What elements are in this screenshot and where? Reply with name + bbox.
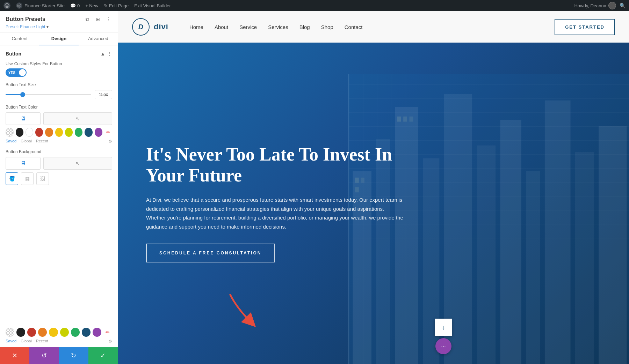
fab-button[interactable]: ··· bbox=[435, 338, 451, 354]
section-collapse-icon[interactable]: ▲ bbox=[100, 51, 105, 57]
button-text-size-label: Button Text Size bbox=[6, 82, 112, 87]
bottom-swatch-orange[interactable] bbox=[38, 328, 47, 337]
admin-site-name[interactable]: W Finance Starter Site bbox=[16, 2, 65, 9]
custom-styles-toggle[interactable]: YES bbox=[6, 68, 27, 77]
slider-thumb[interactable] bbox=[20, 92, 25, 97]
bg-preview-swatch[interactable]: ↖ bbox=[43, 157, 112, 170]
nav-shop[interactable]: Shop bbox=[321, 24, 333, 30]
color-tabs: Saved Global Recent ⚙ bbox=[6, 139, 112, 144]
swatch-yellow[interactable] bbox=[55, 128, 63, 137]
preset-label: Preset: Finance Light bbox=[6, 24, 45, 29]
admin-new-btn[interactable]: + New bbox=[85, 3, 98, 8]
nav-blog[interactable]: Blog bbox=[299, 24, 310, 30]
swatch-orange[interactable] bbox=[45, 128, 53, 137]
bottom-tab-global[interactable]: Global bbox=[21, 339, 32, 344]
bottom-swatch-lime[interactable] bbox=[60, 328, 69, 337]
footer-redo-btn[interactable]: ↻ bbox=[59, 347, 88, 364]
bottom-tab-saved[interactable]: Saved bbox=[6, 339, 16, 344]
grid-icon[interactable]: ⊞ bbox=[94, 15, 102, 23]
swatch-navy[interactable] bbox=[85, 128, 92, 137]
nav-services[interactable]: Services bbox=[268, 24, 288, 30]
svg-text:W: W bbox=[18, 5, 21, 7]
color-preview-swatch[interactable]: ↖ bbox=[43, 112, 112, 125]
new-btn-label: + New bbox=[85, 3, 98, 8]
footer-cancel-btn[interactable]: ✕ bbox=[0, 347, 29, 364]
tab-advanced[interactable]: Advanced bbox=[79, 32, 118, 45]
image-icon: 🖼 bbox=[40, 176, 45, 181]
hero-cta-button[interactable]: SCHEDULE A FREE CONSULTATION bbox=[146, 244, 275, 262]
color-tab-global[interactable]: Global bbox=[21, 139, 32, 144]
toggle-container: YES bbox=[6, 68, 112, 77]
tab-design[interactable]: Design bbox=[39, 32, 78, 45]
site-cta: GET STARTED bbox=[555, 19, 615, 35]
bottom-settings-icon[interactable]: ⚙ bbox=[108, 339, 112, 344]
wp-logo-icon[interactable]: W bbox=[3, 2, 10, 9]
fill-icon: 🪣 bbox=[9, 176, 15, 181]
nav-service[interactable]: Service bbox=[239, 24, 257, 30]
scroll-down-button[interactable]: ↓ bbox=[435, 319, 452, 336]
section-icons: ▲ ⋮ bbox=[100, 51, 112, 57]
admin-edit-page-btn[interactable]: ✎ Edit Page bbox=[104, 3, 129, 8]
nav-contact[interactable]: Contact bbox=[345, 24, 363, 30]
color-settings-icon[interactable]: ⚙ bbox=[108, 139, 112, 144]
slider-value[interactable]: 15px bbox=[95, 90, 112, 99]
button-text-size-field: Button Text Size 15px bbox=[6, 82, 112, 99]
bg-preview-desktop[interactable]: 🖥 bbox=[6, 157, 41, 170]
tab-content[interactable]: Content bbox=[0, 32, 39, 45]
bottom-swatch-black[interactable] bbox=[16, 328, 25, 337]
panel-header-icons: ⧉ ⊞ ⋮ bbox=[84, 15, 112, 23]
swatch-red[interactable] bbox=[35, 128, 43, 137]
duplicate-icon[interactable]: ⧉ bbox=[84, 15, 91, 23]
footer-save-btn[interactable]: ✓ bbox=[88, 347, 118, 364]
color-tab-saved[interactable]: Saved bbox=[6, 139, 16, 144]
bg-type-image[interactable]: 🖼 bbox=[36, 172, 49, 185]
bg-type-gradient[interactable]: ▦ bbox=[21, 172, 34, 185]
panel-bottom-swatches: ✏ Saved Global Recent ⚙ bbox=[0, 324, 118, 347]
nav-home[interactable]: Home bbox=[189, 24, 203, 30]
panel-content: Button ▲ ⋮ Use Custom Styles For Button … bbox=[0, 45, 118, 324]
bottom-swatch-green[interactable] bbox=[71, 328, 80, 337]
button-background-label: Button Background bbox=[6, 149, 112, 154]
bottom-tab-recent[interactable]: Recent bbox=[36, 339, 48, 344]
swatch-green[interactable] bbox=[75, 128, 82, 137]
get-started-button[interactable]: GET STARTED bbox=[555, 19, 615, 35]
bottom-swatch-custom[interactable]: ✏ bbox=[103, 328, 112, 337]
section-more-icon[interactable]: ⋮ bbox=[107, 51, 112, 57]
cancel-icon: ✕ bbox=[12, 352, 17, 359]
swatch-black[interactable] bbox=[16, 128, 23, 137]
logo-circle: D bbox=[132, 18, 150, 36]
bottom-pencil-icon: ✏ bbox=[106, 329, 110, 335]
button-background-section: Button Background 🖥 ↖ 🪣 ▦ bbox=[6, 149, 112, 185]
panel-title: Button Presets bbox=[6, 16, 45, 22]
svg-rect-14 bbox=[599, 126, 627, 364]
swatch-purple[interactable] bbox=[95, 128, 102, 137]
svg-rect-19 bbox=[403, 117, 407, 122]
slider-control: 15px bbox=[6, 90, 112, 99]
footer-undo-btn[interactable]: ↺ bbox=[29, 347, 59, 364]
bottom-swatch-purple[interactable] bbox=[93, 328, 101, 337]
bg-type-fill[interactable]: 🪣 bbox=[6, 172, 18, 185]
swatch-custom-color[interactable]: ✏ bbox=[104, 128, 112, 137]
bottom-swatch-red[interactable] bbox=[27, 328, 36, 337]
howdy-text: Howdy, Deanna bbox=[574, 3, 606, 8]
fab-icon: ··· bbox=[441, 343, 446, 349]
swatch-white[interactable] bbox=[26, 128, 34, 137]
admin-search-icon[interactable]: 🔍 bbox=[620, 3, 626, 8]
toggle-yes-label: YES bbox=[6, 71, 15, 75]
more-options-icon[interactable]: ⋮ bbox=[104, 15, 112, 23]
slider-track[interactable] bbox=[6, 94, 91, 95]
color-preview-desktop[interactable]: 🖥 bbox=[6, 112, 41, 125]
hero-description: At Divi, we believe that a secure and pr… bbox=[146, 195, 405, 231]
nav-about[interactable]: About bbox=[215, 24, 228, 30]
bottom-color-tabs: Saved Global Recent ⚙ bbox=[6, 339, 112, 344]
bottom-swatch-transparent[interactable] bbox=[6, 328, 14, 337]
admin-comment-btn[interactable]: 💬 0 bbox=[70, 3, 80, 8]
swatch-lime[interactable] bbox=[65, 128, 73, 137]
color-tab-recent[interactable]: Recent bbox=[36, 139, 48, 144]
admin-exit-builder-btn[interactable]: Exit Visual Builder bbox=[134, 3, 171, 8]
panel-footer: ✕ ↺ ↻ ✓ bbox=[0, 347, 118, 364]
swatch-transparent[interactable] bbox=[6, 128, 14, 137]
admin-avatar[interactable] bbox=[608, 2, 616, 9]
bottom-swatch-navy[interactable] bbox=[82, 328, 91, 337]
bottom-swatch-yellow[interactable] bbox=[49, 328, 58, 337]
